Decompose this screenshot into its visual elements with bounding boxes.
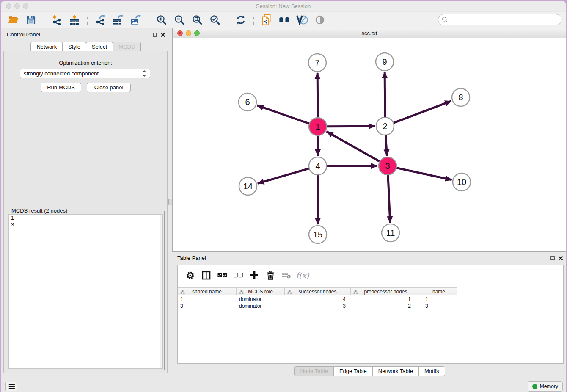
memory-button[interactable]: Memory [528, 381, 563, 392]
column-header-name[interactable]: name [421, 288, 457, 295]
float-panel-icon[interactable] [153, 33, 157, 37]
toolbar-separator [228, 14, 228, 26]
tab-network-table[interactable]: Network Table [372, 366, 419, 376]
task-history-button[interactable] [5, 382, 17, 391]
table-row[interactable]: 3dominator323 [178, 303, 563, 309]
cell-successor-nodes[interactable]: 3 [285, 303, 351, 309]
table-row[interactable]: 1dominator411 [178, 296, 563, 303]
edge-1-6[interactable] [257, 105, 309, 124]
edge-3-1[interactable] [327, 132, 380, 161]
search-input[interactable] [450, 16, 561, 23]
cell-shared-name[interactable]: 1 [178, 296, 237, 303]
node-2[interactable]: 2 [376, 117, 394, 135]
open-session-icon[interactable] [7, 14, 19, 26]
control-panel-title: Control Panel [7, 31, 40, 38]
cell-shared-name[interactable]: 3 [178, 303, 237, 309]
node-9[interactable]: 9 [376, 53, 394, 71]
node-4[interactable]: 4 [309, 157, 327, 175]
node-6[interactable]: 6 [239, 93, 256, 111]
node-14[interactable]: 14 [239, 177, 257, 195]
optimization-dropdown-value: strongly connected component [24, 70, 99, 77]
delete-row-trash-icon[interactable] [265, 270, 276, 281]
cell-predecessor-nodes[interactable]: 1 [351, 296, 421, 303]
edge-4-14[interactable] [258, 168, 309, 183]
tab-node-table[interactable]: Node Table [294, 366, 334, 376]
delete-table-icon[interactable] [281, 270, 292, 281]
mcds-result-text[interactable]: 13 [8, 214, 163, 369]
cell-name[interactable]: 1 [421, 296, 457, 303]
column-header-successor-nodes[interactable]: successor nodes [285, 288, 351, 295]
column-layout-icon[interactable] [201, 270, 212, 281]
node-1[interactable]: 1 [309, 118, 327, 135]
export-network-icon[interactable] [94, 14, 107, 26]
close-table-panel-icon[interactable] [559, 256, 563, 260]
main-toolbar [1, 12, 566, 28]
close-panel-button[interactable]: Close panel [87, 83, 131, 92]
node-8[interactable]: 8 [452, 88, 470, 106]
edge-1-7[interactable] [317, 73, 318, 117]
home-layout-icon[interactable] [278, 14, 291, 26]
import-network-icon[interactable] [50, 14, 63, 26]
svg-text:11: 11 [386, 228, 395, 237]
mcds-panel: Optimization criterion: strongly connect… [3, 51, 168, 373]
network-graph[interactable]: 7968124314101511 [173, 38, 566, 251]
import-table-icon[interactable] [68, 14, 81, 26]
edge-2-8[interactable] [394, 101, 451, 123]
svg-text:15: 15 [313, 230, 322, 239]
table-rows: 1dominator4113dominator323 [178, 296, 563, 309]
result-line: 1 [9, 215, 162, 221]
app-window: Session: New Session [1, 1, 566, 392]
column-header-predecessor-nodes[interactable]: predecessor nodes [351, 288, 421, 295]
export-image-icon[interactable] [129, 14, 142, 26]
clone-network-icon[interactable] [260, 14, 273, 26]
column-header-MCDS-role[interactable]: MCDS role [237, 288, 285, 295]
status-bar: Memory [1, 380, 566, 392]
network-window-titlebar[interactable]: × − + scc.txt [173, 28, 566, 38]
function-builder-icon[interactable]: f(x) [297, 270, 308, 281]
edge-1-2[interactable] [327, 126, 375, 127]
result-scrollbar[interactable] [160, 215, 162, 368]
node-10[interactable]: 10 [453, 173, 471, 191]
select-all-columns-icon[interactable] [217, 270, 228, 281]
node-7[interactable]: 7 [308, 54, 326, 72]
export-table-icon[interactable] [112, 14, 124, 26]
refresh-icon[interactable] [234, 14, 247, 26]
zoom-out-icon[interactable] [173, 14, 186, 26]
cell-MCDS-role[interactable]: dominator [237, 296, 285, 303]
node-3[interactable]: 3 [379, 157, 396, 175]
edge-2-9[interactable] [385, 72, 385, 117]
zoom-fit-icon[interactable] [191, 14, 204, 26]
hide-details-icon[interactable] [314, 14, 326, 26]
cell-predecessor-nodes[interactable]: 2 [351, 303, 421, 309]
toolbar-separator [87, 14, 88, 26]
tab-motifs[interactable]: Motifs [418, 366, 445, 376]
search-box[interactable] [438, 14, 561, 25]
column-header-shared-name[interactable]: shared name [178, 288, 237, 295]
mcds-result-title: MCDS result (2 nodes) [10, 207, 69, 214]
run-mcds-button[interactable]: Run MCDS [41, 83, 81, 92]
zoom-selected-icon[interactable] [209, 14, 221, 26]
save-session-icon[interactable] [25, 14, 37, 26]
cell-MCDS-role[interactable]: dominator [237, 303, 285, 309]
edge-3-10[interactable] [396, 168, 451, 180]
close-panel-icon[interactable] [161, 33, 165, 37]
zoom-in-icon[interactable] [155, 14, 168, 26]
svg-text:4: 4 [315, 161, 320, 171]
optimization-dropdown[interactable]: strongly connected component [20, 69, 150, 78]
style-toggle-icon[interactable] [296, 14, 308, 26]
table-tabs: Node TableEdge TableNetwork TableMotifs [172, 366, 566, 376]
node-15[interactable]: 15 [309, 226, 327, 243]
cell-successor-nodes[interactable]: 4 [285, 296, 351, 303]
toolbar-separator [253, 14, 254, 26]
add-row-icon[interactable] [249, 270, 260, 281]
cell-name[interactable]: 3 [421, 303, 457, 309]
table-settings-gear-icon[interactable] [184, 270, 195, 281]
edge-3-11[interactable] [388, 175, 390, 223]
unselect-all-columns-icon[interactable] [233, 270, 244, 281]
chevron-updown-icon [142, 70, 146, 77]
network-view-window: × − + scc.txt 7968124314101511 [172, 28, 566, 252]
float-table-panel-icon[interactable] [550, 256, 555, 260]
tab-edge-table[interactable]: Edge Table [333, 366, 373, 376]
edge-2-3[interactable] [385, 135, 387, 156]
node-11[interactable]: 11 [382, 224, 399, 242]
